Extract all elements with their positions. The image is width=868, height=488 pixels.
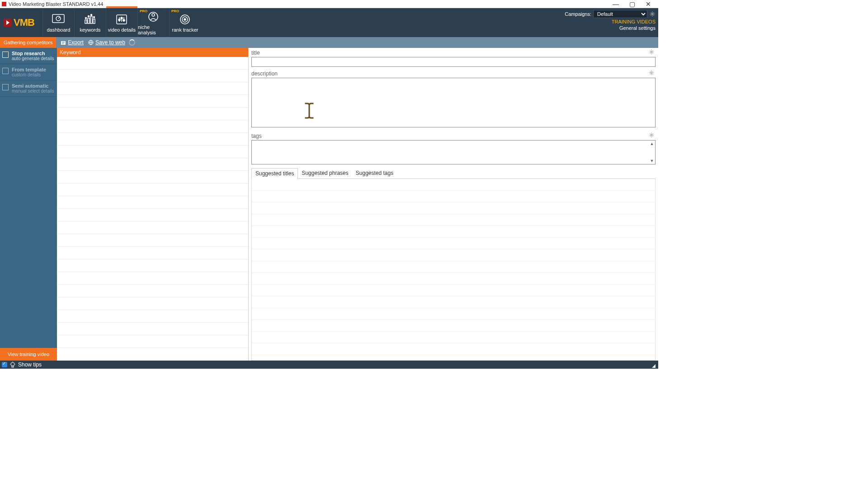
keyword-column-header[interactable]: Keyword <box>57 48 248 57</box>
maximize-button[interactable]: ▢ <box>627 0 637 8</box>
list-item[interactable] <box>57 82 248 95</box>
campaigns-select[interactable]: Default <box>593 10 647 18</box>
sidebar-item-subtitle: manual select details <box>12 89 55 94</box>
keywords-icon <box>83 13 97 26</box>
svg-point-7 <box>85 17 87 19</box>
sidebar-item-semi-automatic[interactable]: Semi automatic manual select details <box>0 80 57 97</box>
list-item[interactable] <box>57 57 248 70</box>
list-item[interactable] <box>57 133 248 145</box>
settings-gear-icon[interactable] <box>649 11 656 17</box>
list-item[interactable] <box>57 196 248 209</box>
list-item[interactable] <box>252 320 655 332</box>
list-item[interactable] <box>252 296 655 308</box>
list-item[interactable] <box>252 226 655 238</box>
list-item[interactable] <box>57 335 248 348</box>
tab-suggested-phrases[interactable]: Suggested phrases <box>298 168 352 178</box>
action-bar: Gathering competitors Export Save to web <box>0 37 658 48</box>
list-item[interactable] <box>252 214 655 226</box>
list-item[interactable] <box>57 310 248 323</box>
list-item[interactable] <box>252 343 655 355</box>
minimize-button[interactable]: — <box>611 0 620 8</box>
list-item[interactable] <box>252 273 655 285</box>
expand-triangle-icon[interactable] <box>652 364 656 368</box>
show-tips-button[interactable]: Show tips <box>18 361 42 368</box>
list-item[interactable] <box>252 332 655 343</box>
close-button[interactable]: ✕ <box>644 0 653 8</box>
keyword-list[interactable] <box>57 57 248 361</box>
logo-text: VMB <box>14 17 34 28</box>
list-item[interactable] <box>252 238 655 249</box>
nav-label: rank tracker <box>172 27 198 33</box>
list-item[interactable] <box>57 285 248 297</box>
rank-tracker-icon <box>178 13 192 26</box>
list-item[interactable] <box>252 179 655 191</box>
app-icon <box>2 2 6 6</box>
list-item[interactable] <box>252 249 655 261</box>
sidebar-item-from-template[interactable]: From template custom details <box>0 64 57 80</box>
list-item[interactable] <box>57 221 248 234</box>
svg-rect-6 <box>93 19 95 23</box>
svg-point-30 <box>651 134 652 136</box>
document-icon <box>2 52 9 58</box>
list-item[interactable] <box>57 145 248 158</box>
tab-suggested-titles[interactable]: Suggested titles <box>251 168 298 179</box>
window-controls: — ▢ ✕ <box>611 0 656 8</box>
list-item[interactable] <box>57 247 248 259</box>
svg-point-8 <box>88 15 90 17</box>
list-item[interactable] <box>57 120 248 133</box>
sidebar-item-title: From template <box>12 67 55 72</box>
list-item[interactable] <box>57 108 248 120</box>
list-item[interactable] <box>57 209 248 221</box>
list-item[interactable] <box>57 272 248 285</box>
description-settings-gear-icon[interactable] <box>648 70 655 76</box>
nav-right-panel: Campaigns: Default TRAINING VIDEOS Gener… <box>565 10 656 31</box>
nav-niche-analysis[interactable]: PRO niche analysis <box>137 8 169 37</box>
sidebar-item-subtitle: auto generate details <box>12 56 55 61</box>
scroll-up-button[interactable]: ▲ <box>650 141 654 146</box>
sidebar-item-stop-research[interactable]: Stop research auto generate details <box>0 48 57 64</box>
list-item[interactable] <box>57 183 248 196</box>
list-item[interactable] <box>57 171 248 183</box>
export-button[interactable]: Export <box>61 39 84 46</box>
svg-point-15 <box>118 19 120 21</box>
list-item[interactable] <box>57 234 248 247</box>
list-item[interactable] <box>57 95 248 108</box>
tags-input[interactable]: ▲ ▼ <box>251 140 656 164</box>
tab-suggested-tags[interactable]: Suggested tags <box>352 168 397 178</box>
nav-dashboard[interactable]: dashboard <box>42 8 74 37</box>
view-training-video-button[interactable]: View training video <box>0 348 57 361</box>
nav-keywords[interactable]: keywords <box>74 8 106 37</box>
list-item[interactable] <box>252 261 655 273</box>
nav-video-details[interactable]: video details <box>106 8 137 37</box>
list-item[interactable] <box>252 285 655 296</box>
list-item[interactable] <box>252 191 655 202</box>
nav-rank-tracker[interactable]: PRO rank tracker <box>169 8 201 37</box>
nav-label: dashboard <box>47 27 70 33</box>
title-settings-gear-icon[interactable] <box>648 49 655 55</box>
general-settings-link[interactable]: General settings <box>565 25 656 31</box>
list-item[interactable] <box>57 259 248 272</box>
svg-point-17 <box>123 19 125 21</box>
list-item[interactable] <box>252 202 655 214</box>
app-logo: VMB <box>0 17 38 28</box>
loading-spinner-icon <box>129 39 135 46</box>
title-input[interactable] <box>251 57 656 67</box>
svg-rect-5 <box>90 16 92 23</box>
svg-point-28 <box>651 51 652 53</box>
list-item[interactable] <box>57 297 248 310</box>
description-textarea[interactable] <box>251 78 656 127</box>
tags-settings-gear-icon[interactable] <box>648 132 655 138</box>
training-videos-link[interactable]: TRAINING VIDEOS <box>565 19 656 24</box>
title-label: title <box>251 50 656 56</box>
list-item[interactable] <box>57 323 248 335</box>
suggestion-content[interactable] <box>251 179 656 361</box>
campaigns-row: Campaigns: Default <box>565 10 656 18</box>
list-item[interactable] <box>252 308 655 320</box>
list-item[interactable] <box>57 158 248 171</box>
save-to-web-button[interactable]: Save to web <box>88 39 125 46</box>
scroll-down-button[interactable]: ▼ <box>650 159 654 163</box>
list-item[interactable] <box>57 70 248 82</box>
check-icon <box>2 362 7 367</box>
campaigns-label: Campaigns: <box>565 11 591 17</box>
sidebar: Stop research auto generate details From… <box>0 48 57 361</box>
